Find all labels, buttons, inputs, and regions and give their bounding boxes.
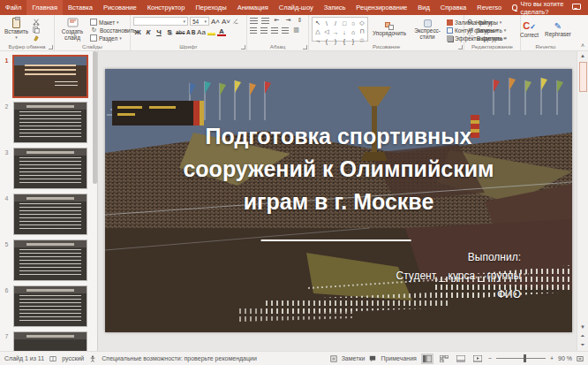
tab-slideshow[interactable]: Слайд-шоу	[274, 0, 319, 15]
slide-thumbnail[interactable]	[13, 194, 87, 235]
tab-file[interactable]: Файл	[0, 0, 26, 15]
slide-canvas[interactable]: Подготовка спортивных сооружений к Олимп…	[105, 69, 572, 332]
slide-thumbnail[interactable]	[13, 56, 87, 97]
tab-help[interactable]: Справка	[435, 0, 471, 15]
rephraser-button[interactable]: ✎ Rephraser	[543, 17, 573, 42]
align-center-icon[interactable]	[260, 27, 268, 34]
language-indicator[interactable]: русский	[62, 355, 84, 361]
zoom-out-button[interactable]: −	[488, 355, 492, 361]
select-shape-icon[interactable]: ↖	[315, 19, 320, 27]
zoom-in-button[interactable]: +	[550, 355, 554, 361]
tab-draw[interactable]: Рисование	[98, 0, 142, 15]
scrollbar-thumb[interactable]	[579, 62, 587, 92]
replace-button[interactable]: ⇄Заменить▾	[467, 27, 507, 34]
bracket-shape-icon[interactable]: ⊓	[359, 28, 364, 35]
clear-formatting-icon[interactable]	[232, 18, 239, 25]
collapse-ribbon-icon[interactable]: ˄	[581, 42, 584, 49]
thumbnail-item-6[interactable]: 6	[0, 285, 90, 327]
panel-scrollbar[interactable]	[93, 51, 97, 184]
grow-font-button[interactable]: А˄	[211, 18, 220, 26]
align-left-icon[interactable]	[250, 27, 257, 34]
paragraph-dialog-launcher[interactable]	[303, 45, 307, 49]
columns-icon[interactable]: ▥	[292, 27, 300, 34]
find-button[interactable]: Найти	[467, 19, 507, 26]
indent-increase-icon[interactable]: ⇥	[284, 17, 292, 24]
thumbnail-item-4[interactable]: 4	[0, 194, 90, 235]
slide-thumbnail[interactable]	[13, 240, 87, 281]
thumbnail-item-1[interactable]: 1	[0, 56, 90, 97]
font-dialog-launcher[interactable]	[241, 45, 245, 49]
font-name-combo[interactable]: ▾	[133, 17, 188, 26]
highlight-button[interactable]	[207, 28, 215, 35]
zoom-slider[interactable]	[496, 358, 546, 359]
slide-sorter-view-button[interactable]	[438, 354, 450, 364]
slide-thumbnail[interactable]	[13, 148, 87, 189]
copy-button[interactable]	[33, 27, 40, 34]
fit-slide-icon[interactable]	[577, 355, 584, 362]
clipboard-dialog-launcher[interactable]	[49, 45, 53, 49]
arrange-button[interactable]: Упорядочить	[371, 17, 408, 42]
scroll-up-icon[interactable]: ▲	[580, 51, 585, 60]
notes-toggle[interactable]: Заметки	[342, 355, 366, 361]
vertical-scrollbar[interactable]: ▲ ▼ ⏶ ⏷	[577, 51, 588, 351]
slide-subtitle[interactable]: Выполнил: Студент _ курса _ группы ФИО	[396, 248, 521, 304]
character-spacing-button[interactable]: АВ	[186, 29, 195, 35]
accessibility-icon[interactable]	[89, 355, 96, 362]
arrow-down-shape-icon[interactable]: ↓	[343, 29, 346, 35]
bullets-icon[interactable]	[250, 18, 258, 24]
layout-button[interactable]: Макет▾	[90, 19, 136, 26]
tab-design[interactable]: Конструктор	[142, 0, 191, 15]
quick-styles-button[interactable]: Экспресс-стили	[411, 17, 444, 42]
normal-view-button[interactable]	[421, 354, 433, 364]
font-size-combo[interactable]: 54▾	[190, 17, 209, 26]
thumbnail-item-3[interactable]: 3	[0, 148, 90, 189]
accessibility-message[interactable]: Специальные возможности: проверьте реком…	[102, 355, 257, 361]
tab-record[interactable]: Запись	[319, 0, 351, 15]
line-spacing-icon[interactable]: ⇕	[296, 17, 304, 24]
slide-thumbnail[interactable]	[13, 102, 87, 143]
bold-button[interactable]: Ж	[133, 28, 142, 36]
slide-thumbnail[interactable]	[13, 285, 87, 327]
slideshow-view-button[interactable]	[471, 354, 484, 364]
tab-review[interactable]: Рецензирование	[351, 0, 412, 15]
thumbnail-item-7[interactable]: 7	[0, 331, 90, 351]
font-color-button[interactable]: А	[217, 27, 226, 36]
cut-button[interactable]	[33, 19, 40, 26]
thumbnail-item-2[interactable]: 2	[0, 102, 90, 143]
comments-bubble-icon[interactable]	[572, 4, 581, 10]
justify-icon[interactable]	[282, 27, 289, 34]
numbering-icon[interactable]	[261, 18, 269, 24]
previous-slide-button[interactable]: ⏶	[581, 331, 585, 340]
shrink-font-button[interactable]: А˅	[222, 18, 230, 26]
tab-transitions[interactable]: Переходы	[190, 0, 231, 15]
select-button[interactable]: ⬚Выделить▾	[467, 34, 507, 42]
line2-shape-icon[interactable]: /	[335, 20, 336, 27]
diamond-shape-icon[interactable]: ◇	[359, 19, 364, 27]
indent-decrease-icon[interactable]: ⇤	[273, 17, 281, 24]
triangle2-shape-icon[interactable]: ◁	[324, 28, 328, 35]
scroll-down-icon[interactable]: ▼	[580, 323, 585, 331]
tab-insert[interactable]: Вставка	[63, 0, 98, 15]
line-shape-icon[interactable]: \	[326, 20, 328, 27]
oval-shape-icon[interactable]: ○	[351, 20, 355, 27]
home-shape-icon[interactable]: ⌂	[351, 29, 355, 35]
reading-view-button[interactable]	[455, 354, 467, 364]
underline-button[interactable]: Ч	[155, 28, 163, 36]
format-painter-button[interactable]	[33, 34, 40, 42]
reset-button[interactable]: ↻Восстановить	[90, 27, 136, 34]
spellcheck-icon[interactable]	[49, 355, 57, 362]
tab-reverso[interactable]: Reverso	[471, 0, 507, 15]
rect-shape-icon[interactable]: □	[343, 20, 346, 27]
correct-button[interactable]: C✓ Correct	[518, 17, 540, 42]
shapes-gallery[interactable]: ↖ \ / □ ○ ◇ △ ◁ → ↓ ⌂ ⊓ ¬ ( ) { } ☆	[312, 17, 368, 42]
tab-home[interactable]: Главная	[26, 0, 63, 15]
new-slide-button[interactable]: Создать слайд	[57, 17, 87, 42]
zoom-level[interactable]: 90 %	[558, 355, 572, 361]
drawing-dialog-launcher[interactable]	[458, 45, 463, 49]
text-shadow-button[interactable]: S	[165, 28, 174, 36]
slide-title[interactable]: Подготовка спортивных сооружений к Олимп…	[105, 120, 572, 218]
section-button[interactable]: Раздел▾	[90, 34, 136, 42]
change-case-button[interactable]: Аа	[197, 28, 206, 36]
comments-toggle[interactable]: Примечания	[381, 355, 416, 361]
thumbnail-item-5[interactable]: 5	[0, 240, 90, 281]
